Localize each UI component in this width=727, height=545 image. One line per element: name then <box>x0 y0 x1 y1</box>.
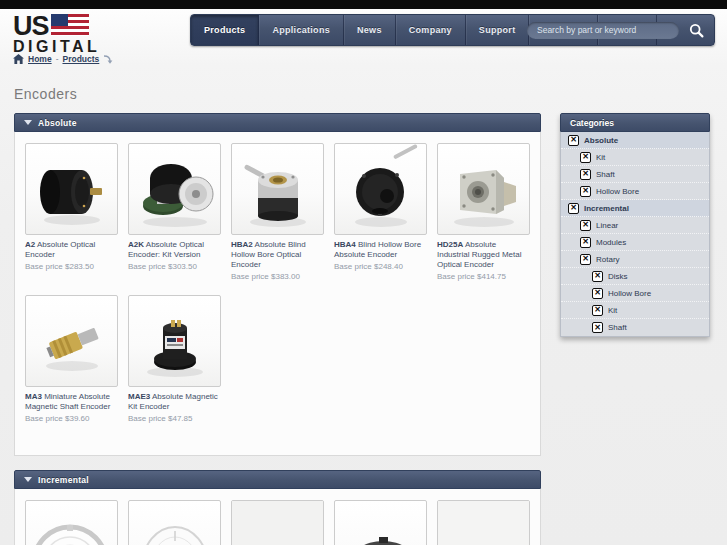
product-card[interactable] <box>25 500 118 545</box>
categories-title: Categories <box>570 118 614 128</box>
product-photo <box>25 295 118 387</box>
product-photo <box>334 143 427 235</box>
category-label: Kit <box>596 153 605 162</box>
mylar-disk-photo <box>129 501 221 545</box>
section-absolute-header[interactable]: Absolute <box>14 113 541 132</box>
category-filter-row[interactable]: ✕ Kit <box>561 302 709 319</box>
category-filter-row[interactable]: ✕ Incremental <box>561 200 709 217</box>
incremental-product-grid <box>25 500 530 545</box>
remove-filter-checkbox-icon[interactable]: ✕ <box>568 135 579 146</box>
breadcrumb-separator: - <box>56 54 59 64</box>
product-code: HD25A <box>437 240 463 249</box>
product-price: Base price $414.75 <box>437 272 530 281</box>
product-card[interactable] <box>334 500 427 545</box>
category-filter-row[interactable]: ✕ Kit <box>561 149 709 166</box>
category-label: Linear <box>596 221 618 230</box>
product-name: HD25A Absolute Industrial Rugged Metal O… <box>437 240 530 270</box>
product-card[interactable]: HD25A Absolute Industrial Rugged Metal O… <box>437 143 530 281</box>
page-title: Encoders <box>14 86 77 102</box>
us-flag-icon <box>51 14 89 36</box>
product-card[interactable]: MA3 Miniature Absolute Magnetic Shaft En… <box>25 295 118 423</box>
product-code: HBA4 <box>334 240 356 249</box>
search-input[interactable] <box>527 22 679 39</box>
search-button[interactable] <box>685 19 707 41</box>
ma3-encoder-photo <box>26 296 118 387</box>
product-card[interactable]: MAE3 Absolute Magnetic Kit Encoder Base … <box>128 295 221 423</box>
section-incremental-header[interactable]: Incremental <box>14 470 541 489</box>
search-icon <box>689 23 704 38</box>
category-label: Absolute <box>584 136 618 145</box>
remove-filter-checkbox-icon[interactable]: ✕ <box>580 254 591 265</box>
remove-filter-checkbox-icon[interactable]: ✕ <box>592 288 603 299</box>
product-price: Base price $383.00 <box>231 272 324 281</box>
hba4-encoder-photo <box>335 144 427 235</box>
remove-filter-checkbox-icon[interactable]: ✕ <box>580 186 591 197</box>
remove-filter-checkbox-icon[interactable]: ✕ <box>568 203 579 214</box>
category-filter-row[interactable]: ✕ Absolute <box>561 132 709 149</box>
absolute-product-grid: A2 Absolute Optical Encoder Base price $… <box>25 143 530 423</box>
us-digital-logo[interactable]: US DIGITAL <box>13 14 133 55</box>
categories-list: ✕ Absolute ✕ Kit ✕ Shaft ✕ Hollow Bore ✕… <box>560 132 710 337</box>
hba2-encoder-photo <box>232 144 324 235</box>
remove-filter-checkbox-icon[interactable]: ✕ <box>580 237 591 248</box>
category-filter-row[interactable]: ✕ Modules <box>561 234 709 251</box>
product-photo <box>128 295 221 387</box>
breadcrumb: Home - Products <box>13 54 113 64</box>
remove-filter-checkbox-icon[interactable]: ✕ <box>592 322 603 333</box>
remove-filter-checkbox-icon[interactable]: ✕ <box>580 220 591 231</box>
category-label: Disks <box>608 272 628 281</box>
section-absolute-body: A2 Absolute Optical Encoder Base price $… <box>14 132 541 456</box>
category-label: Hollow Bore <box>596 187 639 196</box>
category-filter-row[interactable]: ✕ Rotary <box>561 251 709 268</box>
category-label: Modules <box>596 238 626 247</box>
product-code: A2K <box>128 240 144 249</box>
category-filter-row[interactable]: ✕ Linear <box>561 217 709 234</box>
breadcrumb-products-link[interactable]: Products <box>62 54 99 64</box>
product-card[interactable]: A2 Absolute Optical Encoder Base price $… <box>25 143 118 281</box>
product-price: Base price $39.60 <box>25 414 118 423</box>
product-card[interactable] <box>231 500 324 545</box>
product-card[interactable]: HBA2 Absolute Blind Hollow Bore Optical … <box>231 143 324 281</box>
remove-filter-checkbox-icon[interactable]: ✕ <box>592 305 603 316</box>
logo-text-digital: DIGITAL <box>13 39 133 55</box>
a2-encoder-photo <box>26 144 118 235</box>
product-photo <box>231 143 324 235</box>
breadcrumb-home-link[interactable]: Home <box>28 54 52 64</box>
collapse-caret-icon <box>24 477 32 482</box>
product-name: A2 Absolute Optical Encoder <box>25 240 118 260</box>
product-description: Absolute Optical Encoder <box>25 240 95 259</box>
remove-filter-checkbox-icon[interactable]: ✕ <box>580 152 591 163</box>
product-card[interactable]: A2K Absolute Optical Encoder: Kit Versio… <box>128 143 221 281</box>
product-photo <box>334 500 427 545</box>
category-filter-row[interactable]: ✕ Hollow Bore <box>561 285 709 302</box>
product-photo <box>437 500 530 545</box>
product-photo <box>25 500 118 545</box>
product-card[interactable] <box>128 500 221 545</box>
category-filter-row[interactable]: ✕ Shaft <box>561 166 709 183</box>
product-photo <box>25 143 118 235</box>
product-price: Base price $47.85 <box>128 414 221 423</box>
logo-text-us: US <box>13 14 49 38</box>
product-code: HBA2 <box>231 240 253 249</box>
category-filter-row[interactable]: ✕ Shaft <box>561 319 709 336</box>
section-absolute-title: Absolute <box>38 118 77 128</box>
category-filter-row[interactable]: ✕ Hollow Bore <box>561 183 709 200</box>
curved-arrow-icon <box>103 55 113 64</box>
hub-disk-photo <box>335 501 427 545</box>
category-filter-row[interactable]: ✕ Disks <box>561 268 709 285</box>
home-icon <box>13 54 24 64</box>
product-card[interactable] <box>437 500 530 545</box>
product-photo <box>231 500 324 545</box>
hd25a-encoder-photo <box>438 144 530 235</box>
category-label: Rotary <box>596 255 620 264</box>
product-card[interactable]: HBA4 Blind Hollow Bore Absolute Encoder … <box>334 143 427 281</box>
remove-filter-checkbox-icon[interactable]: ✕ <box>592 271 603 282</box>
kit-parts-photo <box>438 501 530 545</box>
section-absolute: Absolute A2 Absolute Optical Encoder <box>14 113 541 456</box>
product-code: MAE3 <box>128 392 150 401</box>
section-incremental-title: Incremental <box>38 475 89 485</box>
product-code: A2 <box>25 240 35 249</box>
product-name: HBA4 Blind Hollow Bore Absolute Encoder <box>334 240 427 260</box>
remove-filter-checkbox-icon[interactable]: ✕ <box>580 169 591 180</box>
clear-disk-photo <box>26 501 118 545</box>
